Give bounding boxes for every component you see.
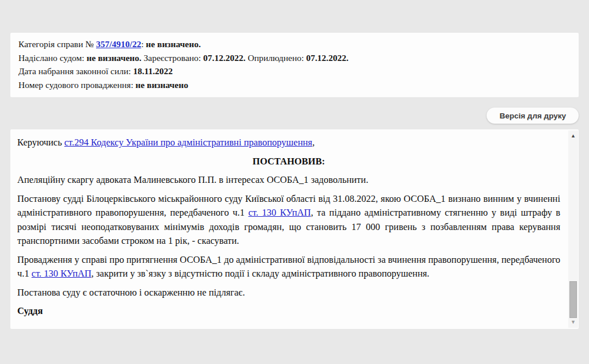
proceeding-number-value: не визначено [136, 80, 189, 90]
law-link-article-130-second[interactable]: ст. 130 КУпАП [32, 268, 91, 279]
paragraph-final: Постанова суду є остаточною і оскарженню… [17, 286, 560, 300]
judge-signature-line: Суддя [17, 304, 560, 319]
published-value: 07.12.2022. [306, 53, 349, 63]
law-link-article-294[interactable]: ст.294 Кодексу України про адміністратив… [64, 137, 312, 148]
page-background: Категорія справи № 357/4910/22: не визна… [0, 0, 589, 364]
scroll-down-icon[interactable]: ▼ [568, 318, 578, 327]
meta-line-legal-force: Дата набрання законної сили: 18.11.2022 [18, 64, 571, 78]
print-version-button[interactable]: Версія для друку [487, 108, 579, 124]
category-label: Категорія справи № [18, 39, 96, 49]
scrollbar-thumb[interactable] [569, 281, 577, 318]
registered-value: 07.12.2022. [203, 53, 246, 63]
intro-prefix: Керуючись [17, 137, 64, 148]
document-text: Керуючись ст.294 Кодексу України про адм… [17, 136, 560, 323]
sent-value: не визначено. [86, 53, 141, 63]
document-panel: Керуючись ст.294 Кодексу України про адм… [10, 129, 579, 329]
resolution-heading: ПОСТАНОВИВ: [17, 155, 560, 169]
case-meta-panel: Категорія справи № 357/4910/22: не визна… [10, 33, 579, 97]
category-value: не визначено. [146, 39, 201, 49]
paragraph-proceedings-close: Провадження у справі про притягнення ОСО… [17, 253, 560, 281]
paragraph-ruling: Постанову судді Білоцерківського міськра… [17, 192, 560, 248]
published-label: Оприлюднено: [246, 53, 306, 63]
meta-line-category: Категорія справи № 357/4910/22: не визна… [18, 37, 571, 51]
document-scrollbar[interactable]: ▲ ▼ [568, 131, 578, 328]
paragraph-intro: Керуючись ст.294 Кодексу України про адм… [17, 136, 560, 150]
close-text-2: , закрити у зв`язку з відсутністю події … [91, 268, 430, 279]
paragraph-appeal: Апеляційну скаргу адвоката Малиневського… [17, 173, 560, 187]
intro-suffix: , [312, 137, 315, 148]
meta-line-dates: Надіслано судом: не визначено. Зареєстро… [18, 51, 571, 65]
law-link-article-130-first[interactable]: ст. 130 КУпАП [248, 207, 311, 218]
case-number-link[interactable]: 357/4910/22 [96, 39, 141, 49]
proceeding-number-label: Номер судового провадження: [18, 80, 136, 90]
legal-force-value: 18.11.2022 [133, 66, 173, 76]
sent-label: Надіслано судом: [18, 53, 86, 63]
category-separator: : [141, 39, 146, 49]
legal-force-label: Дата набрання законної сили: [18, 66, 133, 76]
meta-line-proceeding-number: Номер судового провадження: не визначено [18, 78, 571, 92]
registered-label: Зареєстровано: [141, 53, 203, 63]
scroll-up-icon[interactable]: ▲ [568, 132, 578, 140]
